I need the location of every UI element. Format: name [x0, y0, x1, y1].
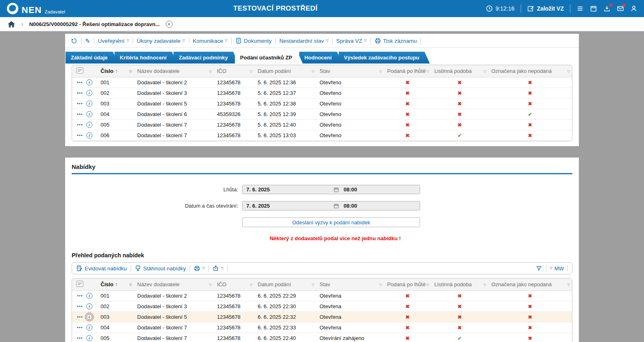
row-menu-icon[interactable]: ••• — [77, 304, 83, 309]
evidovat-nabidku-button[interactable]: Evidovat nabídku — [76, 265, 127, 272]
lhuta-time-value[interactable]: 08:00 — [339, 186, 420, 193]
col-header-po-lhute[interactable]: Podaná po lhůtě▽ — [384, 65, 431, 77]
table-row[interactable]: •••i002Dodavatel - školení 3123456786. 6… — [72, 301, 572, 312]
tab-kriteria-hodnoceni[interactable]: Kritéria hodnocení — [114, 52, 177, 64]
komunikace-menu[interactable]: Komunikace▽ — [193, 38, 228, 44]
otevirani-date-value[interactable]: 7. 6. 2025 — [243, 203, 333, 209]
history-button[interactable] — [71, 37, 77, 44]
table-row[interactable]: •••i002Dodavatel - školení 3123456785. 6… — [72, 88, 572, 99]
column-settings-icon[interactable] — [76, 281, 83, 287]
col-header-ico[interactable]: IČO▽ — [214, 65, 254, 77]
col-header-dodavatel[interactable]: Název dodavatele▽ — [134, 65, 214, 77]
col-header-datum[interactable]: Datum podání▽ — [254, 65, 316, 77]
row-info-icon[interactable]: i — [86, 303, 92, 309]
export-offers-button[interactable]: ▽ — [212, 265, 223, 272]
column-settings-icon[interactable] — [76, 67, 83, 74]
col-header-stav[interactable]: Stav▽ — [316, 278, 384, 291]
table-row[interactable]: •••i001Dodavatel - školení 2123456786. 6… — [72, 291, 572, 301]
row-info-icon[interactable]: i — [86, 111, 92, 117]
row-info-icon[interactable]: i — [86, 293, 92, 299]
table-row[interactable]: •••i005Dodavatel - školení 7123456785. 6… — [72, 120, 572, 130]
row-menu-icon[interactable]: ••• — [77, 294, 83, 298]
table-row[interactable]: •••i004Dodavatel - školení 6453593265. 6… — [72, 109, 572, 120]
user-profile-button[interactable] — [630, 5, 637, 12]
tab-zadavaci-podminky[interactable]: Zadávací podmínky — [173, 52, 239, 64]
view-selector[interactable]: ▽ MW — [550, 265, 564, 272]
otevirani-datetime-field[interactable]: 7. 6. 2025 08:00 — [242, 201, 420, 210]
home-icon[interactable] — [7, 20, 15, 28]
row-menu-icon[interactable]: ••• — [77, 112, 83, 116]
col-header-datum[interactable]: Datum podání▽ — [254, 278, 316, 291]
col-header-listinna[interactable]: Listinná podoba▽ — [431, 65, 488, 77]
close-record-icon[interactable]: ✕ — [166, 21, 173, 28]
calendar-icon[interactable] — [333, 203, 339, 209]
otevirani-time-value[interactable]: 08:00 — [339, 203, 420, 209]
row-info-icon[interactable]: i — [86, 314, 92, 320]
stahnout-nabidky-button[interactable]: Stáhnout nabídky — [135, 265, 186, 272]
column-filter-icon[interactable]: ▽ — [379, 283, 382, 286]
row-menu-icon[interactable]: ••• — [77, 101, 83, 106]
row-info-icon[interactable]: i — [86, 122, 92, 128]
nen-logo-group[interactable]: NEN Zadavatel — [7, 2, 65, 15]
column-filter-icon[interactable]: ▽ — [129, 283, 132, 286]
breadcrumb-item[interactable]: N006/25/V00005292 - Řešení optimalizace … — [29, 21, 160, 27]
tab-podani-ucastniku-zp[interactable]: Podání účastníků ZP — [235, 52, 303, 64]
row-info-icon[interactable]: i — [86, 335, 92, 341]
uverejneni-menu[interactable]: Uveřejnění▽ — [98, 38, 129, 44]
col-header-nepodana[interactable]: Označena jako nepodaná▽ — [488, 65, 572, 77]
row-menu-icon[interactable]: ••• — [77, 123, 83, 127]
tab-vysledek-zadavaciho-postupu[interactable]: Výsledek zadávacího postupu — [339, 52, 430, 64]
column-filter-icon[interactable]: ▽ — [427, 69, 429, 73]
main-menu-button[interactable] — [576, 5, 584, 12]
column-filter-icon[interactable]: ▽ — [484, 69, 486, 73]
table-row[interactable]: •••i005Dodavatel - školení 7123456786. 6… — [72, 333, 572, 342]
lhuta-datetime-field[interactable]: 7. 6. 2025 08:00 — [242, 185, 420, 194]
table-row[interactable]: •••i001Dodavatel - školení 2123456785. 6… — [72, 77, 572, 88]
col-header-nepodana[interactable]: Označena jako nepodaná▽ — [488, 278, 572, 291]
row-menu-icon[interactable]: ••• — [77, 133, 83, 138]
col-header-ico[interactable]: IČO▽ — [214, 278, 254, 291]
column-filter-icon[interactable]: ▽ — [427, 283, 429, 286]
column-filter-icon[interactable]: ▽ — [209, 69, 212, 73]
col-header-po-lhute[interactable]: Podaná po lhůtě▽ — [384, 278, 431, 291]
downloads-button[interactable] — [603, 5, 611, 12]
column-filter-icon[interactable]: ▽ — [484, 283, 486, 286]
col-header-cislo[interactable]: Číslo↑▽ — [97, 278, 134, 291]
nestandardni-stav-menu[interactable]: Nestandardní stav▽ — [279, 38, 329, 44]
row-menu-icon[interactable]: ••• — [77, 91, 83, 95]
column-filter-icon[interactable]: ▽ — [379, 69, 382, 73]
row-menu-icon[interactable]: ••• — [77, 80, 83, 85]
row-info-icon[interactable]: i — [86, 324, 92, 331]
lhuta-date-value[interactable]: 7. 6. 2025 — [243, 186, 333, 193]
row-info-icon[interactable]: i — [86, 90, 92, 96]
column-filter-icon[interactable]: ▽ — [209, 283, 212, 286]
col-header-dodavatel[interactable]: Název dodavatele▽ — [134, 278, 214, 291]
sprava-vz-menu[interactable]: Správa VZ▽ — [336, 38, 367, 44]
row-menu-icon[interactable]: ••• — [77, 325, 83, 330]
print-offers-button[interactable]: ▽ — [194, 265, 205, 272]
filter-button[interactable] — [536, 265, 542, 272]
col-header-cislo[interactable]: Číslo↑▽ — [97, 65, 134, 77]
odeslani-vyzvy-button[interactable]: Odeslání výzvy k podání nabídek — [242, 217, 420, 227]
table-row[interactable]: •••i003Dodavatel - školení 5123456786. 6… — [72, 312, 572, 322]
row-menu-icon[interactable]: ••• — [77, 315, 83, 319]
messages-button[interactable] — [617, 5, 624, 12]
column-filter-icon[interactable]: ▽ — [567, 69, 570, 73]
calendar-button[interactable] — [590, 5, 597, 12]
col-header-stav[interactable]: Stav▽ — [316, 65, 384, 77]
table-row[interactable]: •••i004Dodavatel - školení 7123456786. 6… — [72, 322, 572, 333]
column-filter-icon[interactable]: ▽ — [312, 283, 314, 286]
table-row[interactable]: •••i006Dodavatel - školení 7123456785. 6… — [72, 130, 572, 141]
col-header-listinna[interactable]: Listinná podoba▽ — [431, 278, 488, 291]
tab-hodnoceni[interactable]: Hodnocení — [299, 52, 342, 64]
row-menu-icon[interactable]: ••• — [77, 336, 83, 340]
calendar-icon[interactable] — [333, 187, 339, 193]
column-filter-icon[interactable]: ▽ — [250, 69, 252, 73]
column-filter-icon[interactable]: ▽ — [312, 69, 314, 73]
row-info-icon[interactable]: i — [86, 132, 92, 138]
column-filter-icon[interactable]: ▽ — [250, 283, 252, 286]
tab-zakladni-udaje[interactable]: Základní údaje — [66, 52, 118, 64]
row-info-icon[interactable]: i — [86, 79, 92, 86]
column-filter-icon[interactable]: ▽ — [129, 69, 132, 73]
create-vz-button[interactable]: Založit VZ — [527, 5, 564, 12]
